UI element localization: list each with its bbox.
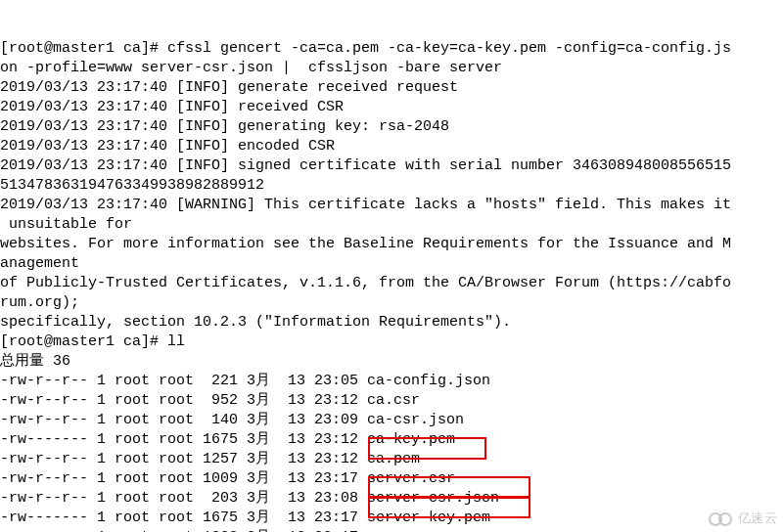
cloud-icon <box>709 511 734 525</box>
terminal-line: 2019/03/13 23:17:40 [INFO] encoded CSR <box>0 137 783 156</box>
terminal-line: -rw-r--r-- 1 root root 1009 3月 13 23:17 … <box>0 469 783 489</box>
terminal-line: specifically, section 10.2.3 ("Informati… <box>0 313 783 332</box>
watermark: 亿速云 <box>709 509 778 528</box>
terminal-line: on -profile=www server-csr.json | cfsslj… <box>0 59 783 78</box>
terminal-line: 总用量 36 <box>0 352 783 372</box>
terminal-line: of Publicly-Trusted Certificates, v.1.1.… <box>0 274 783 293</box>
terminal-line: websites. For more information see the B… <box>0 235 783 254</box>
terminal-line: 2019/03/13 23:17:40 [INFO] received CSR <box>0 98 783 117</box>
terminal-line: 2019/03/13 23:17:40 [INFO] signed certif… <box>0 156 783 176</box>
terminal-line: [root@master1 ca]# ll <box>0 332 783 352</box>
terminal-line: 2019/03/13 23:17:40 [INFO] generate rece… <box>0 78 783 98</box>
terminal-line: -rw------- 1 root root 1675 3月 13 23:12 … <box>0 430 783 450</box>
terminal-line: -rw-r--r-- 1 root root 203 3月 13 23:08 s… <box>0 489 783 509</box>
terminal-line: [root@master1 ca]# cfssl gencert -ca=ca.… <box>0 39 783 59</box>
terminal-line: 513478363194763349938982889912 <box>0 176 783 196</box>
terminal-line: 2019/03/13 23:17:40 [INFO] generating ke… <box>0 117 783 137</box>
terminal-output: [root@master1 ca]# cfssl gencert -ca=ca.… <box>0 39 783 532</box>
terminal-line: -rw-r--r-- 1 root root 1330 3月 13 23:17 … <box>0 528 783 532</box>
terminal-line: anagement <box>0 254 783 274</box>
terminal-line: -rw-r--r-- 1 root root 140 3月 13 23:09 c… <box>0 411 783 430</box>
terminal-line: -rw------- 1 root root 1675 3月 13 23:17 … <box>0 509 783 528</box>
watermark-text: 亿速云 <box>738 509 778 528</box>
terminal-line: 2019/03/13 23:17:40 [WARNING] This certi… <box>0 196 783 215</box>
terminal-line: -rw-r--r-- 1 root root 1257 3月 13 23:12 … <box>0 450 783 469</box>
terminal-window[interactable]: [root@master1 ca]# cfssl gencert -ca=ca.… <box>0 0 783 532</box>
terminal-line: unsuitable for <box>0 215 783 235</box>
terminal-line: -rw-r--r-- 1 root root 952 3月 13 23:12 c… <box>0 391 783 411</box>
terminal-line: -rw-r--r-- 1 root root 221 3月 13 23:05 c… <box>0 372 783 391</box>
terminal-line: rum.org); <box>0 293 783 313</box>
